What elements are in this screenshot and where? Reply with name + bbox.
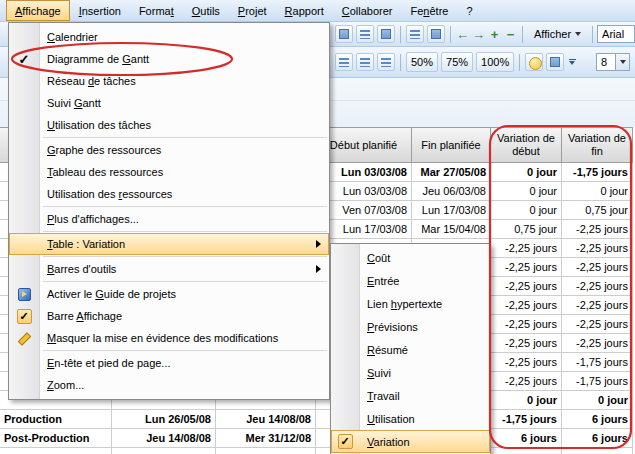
align-center-icon[interactable] (356, 53, 374, 71)
menu-item-utilisation-des-taches[interactable]: Utilisation des tâches (9, 114, 329, 136)
cell-fin[interactable]: Mer 31/12/08 (216, 429, 316, 448)
column-header-fin-planifiee[interactable]: Fin planifiée (412, 127, 491, 163)
submenu-item-suivi[interactable]: Suivi (331, 361, 490, 384)
combo-arrow-icon[interactable] (615, 54, 629, 70)
cell-vd[interactable]: 0 jour (491, 182, 562, 201)
menu-item-tableau-des-ressources[interactable]: Tableau des ressources (9, 161, 329, 183)
cell-vd[interactable] (491, 448, 562, 454)
menubar-item-outils[interactable]: Outils (183, 0, 229, 21)
menu-item-barre-affichage[interactable]: ✓Barre Affichage (9, 305, 329, 327)
submenu-item-cout[interactable]: Coût (331, 246, 490, 269)
zoom-75-button[interactable]: 75% (441, 52, 473, 72)
cell-vf[interactable]: 0 jour (562, 391, 633, 410)
cell-vd[interactable]: -2,25 jours (491, 277, 562, 296)
column-header-debut-planifie[interactable]: Début planifié (316, 127, 412, 163)
cell-name[interactable]: Production (0, 410, 112, 429)
cell-debut[interactable]: Lun 26/05/08 (112, 410, 216, 429)
menu-item-plus-d-affichages[interactable]: Plus d'affichages... (9, 208, 329, 230)
toolbar-icon-5[interactable] (427, 25, 445, 43)
menubar-item-fenetre[interactable]: Fenêtre (402, 0, 458, 21)
toolbar-icon-1[interactable] (335, 25, 353, 43)
cell-fin[interactable]: Jeu 14/08/08 (216, 410, 316, 429)
menubar-item-item[interactable]: ? (457, 0, 481, 21)
menubar-item-affichage[interactable]: Affichage (6, 0, 70, 21)
cell-vf[interactable]: 6 jours (562, 410, 633, 429)
cell-debut[interactable] (112, 448, 216, 454)
cell-debut[interactable]: Jeu 14/08/08 (112, 429, 216, 448)
cell-vd[interactable]: -2,25 jours (491, 296, 562, 315)
cell-vf[interactable]: -2,25 jours (562, 277, 633, 296)
submenu-item-variation[interactable]: ✓Variation (331, 430, 490, 453)
column-header-variation-de-debut[interactable]: Variation de début (491, 127, 562, 163)
show-subtasks-icon[interactable]: + (487, 27, 502, 42)
cell-vf[interactable]: -2,25 jours (562, 334, 633, 353)
menubar-item-insertion[interactable]: Insertion (70, 0, 130, 21)
cell-fin[interactable] (216, 448, 316, 454)
menu-item-zoom[interactable]: Zoom... (9, 374, 329, 396)
menubar-item-format[interactable]: Format (130, 0, 183, 21)
menu-item-calendrier[interactable]: Calendrier (9, 26, 329, 48)
submenu-item-travail[interactable]: Travail (331, 384, 490, 407)
toolbar-options-chevron[interactable] (566, 53, 578, 71)
menu-item-graphe-des-ressources[interactable]: Graphe des ressources (9, 139, 329, 161)
cell-vf[interactable]: 0 jour (562, 182, 633, 201)
align-left-icon[interactable] (335, 53, 353, 71)
font-size-combo[interactable]: 8 (596, 53, 630, 71)
align-right-icon[interactable] (377, 53, 395, 71)
menu-item-reseau-de-taches[interactable]: Réseau de tâches (9, 70, 329, 92)
cell-vf[interactable]: 0,75 jour (562, 201, 633, 220)
cell-vd[interactable]: -2,25 jours (491, 258, 562, 277)
toolbar-icon-2[interactable] (356, 25, 374, 43)
submenu-item-resume[interactable]: Résumé (331, 338, 490, 361)
menubar-item-projet[interactable]: Projet (229, 0, 276, 21)
cell-vf[interactable]: -2,25 jours (562, 239, 633, 258)
cell-vd[interactable]: 0 jour (491, 163, 562, 182)
cell-dp[interactable]: Lun 03/03/08 (316, 163, 412, 182)
cell-vd[interactable]: 0 jour (491, 201, 562, 220)
submenu-item-previsions[interactable]: Prévisions (331, 315, 490, 338)
zoom-50-button[interactable]: 50% (406, 52, 438, 72)
zoom-100-button[interactable]: 100% (476, 52, 514, 72)
column-header-variation-de-fin[interactable]: Variation de fin (562, 127, 633, 163)
toolbar-icon-3[interactable] (377, 25, 395, 43)
menu-item-table-variation[interactable]: Table : Variation (9, 233, 329, 255)
cell-vf[interactable]: -2,25 jours (562, 258, 633, 277)
cell-vf[interactable]: -2,25 jours (562, 220, 633, 239)
hide-subtasks-icon[interactable]: − (503, 27, 518, 42)
cell-vd[interactable]: -2,25 jours (491, 239, 562, 258)
cell-vf[interactable] (562, 448, 633, 454)
submenu-item-entree[interactable]: Entrée (331, 269, 490, 292)
cell-vf[interactable]: -2,25 jours (562, 296, 633, 315)
cell-vd[interactable]: 0 jour (491, 391, 562, 410)
submenu-item-utilisation[interactable]: Utilisation (331, 407, 490, 430)
font-name-combo[interactable]: Arial (597, 25, 635, 43)
toolbar-icon-6[interactable] (546, 53, 564, 71)
cell-vd[interactable]: 6 jours (491, 429, 562, 448)
cell-vf[interactable]: 6 jours (562, 429, 633, 448)
menu-item-barres-d-outils[interactable]: Barres d'outils (9, 258, 329, 280)
menu-item-en-tete-et-pied-de-page[interactable]: En-tête et pied de page... (9, 352, 329, 374)
cell-vf[interactable]: -2,25 jours (562, 315, 633, 334)
menu-item-utilisation-des-ressources[interactable]: Utilisation des ressources (9, 183, 329, 205)
cell-dp[interactable]: Lun 17/03/08 (316, 220, 412, 239)
cell-vf[interactable]: -1,75 jours (562, 372, 633, 391)
cell-vd[interactable]: -2,25 jours (491, 353, 562, 372)
menu-item-activer-le-guide-de-projets[interactable]: Activer le Guide de projets (9, 283, 329, 305)
cell-fp[interactable]: Mar 27/05/08 (412, 163, 491, 182)
show-dropdown-button[interactable]: Afficher (527, 25, 588, 43)
cell-vf[interactable]: -1,75 jours (562, 353, 633, 372)
menubar-item-collaborer[interactable]: Collaborer (333, 0, 402, 21)
cell-vd[interactable]: 0,75 jour (491, 220, 562, 239)
cell-vd[interactable]: -2,25 jours (491, 334, 562, 353)
cell-dp[interactable]: Lun 03/03/08 (316, 182, 412, 201)
cell-fp[interactable]: Lun 17/03/08 (412, 201, 491, 220)
submenu-item-lien-hypertexte[interactable]: Lien hypertexte (331, 292, 490, 315)
cell-name[interactable] (0, 448, 112, 454)
indent-arrow-icon[interactable]: → (471, 27, 486, 42)
menu-item-diagramme-de-gantt[interactable]: ✓Diagramme de Gantt (9, 48, 329, 70)
cell-vd[interactable]: -1,75 jours (491, 410, 562, 429)
cell-dp[interactable]: Ven 07/03/08 (316, 201, 412, 220)
cell-vf[interactable]: -1,75 jours (562, 163, 633, 182)
cell-name[interactable]: Post-Production (0, 429, 112, 448)
menubar-item-rapport[interactable]: Rapport (276, 0, 333, 21)
